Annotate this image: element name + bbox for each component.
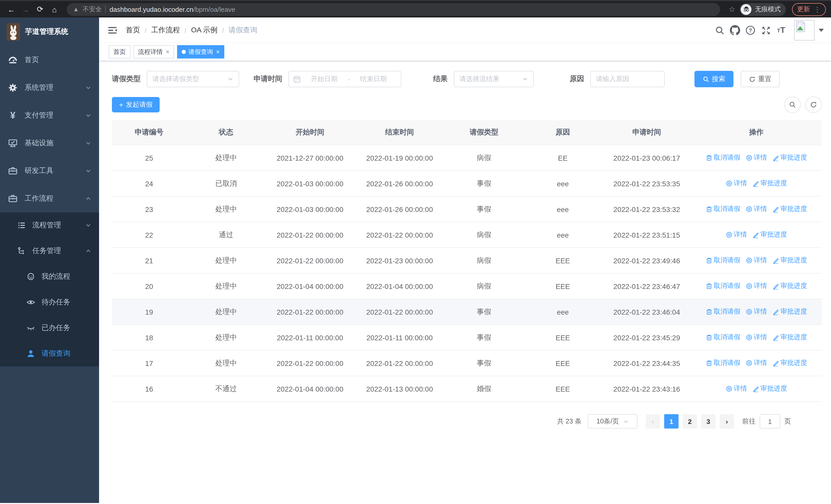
sidebar-item-label: 任务管理 — [32, 246, 61, 256]
progress-link[interactable]: 审批进度 — [752, 230, 787, 239]
page-button-2[interactable]: 2 — [683, 414, 697, 428]
close-icon[interactable]: × — [216, 48, 220, 55]
table-row: 21处理中2022-01-22 00:00:002022-01-23 00:00… — [112, 248, 822, 273]
sidebar-item-leave-query[interactable]: 请假查询 — [0, 341, 99, 366]
help-icon[interactable]: ? — [743, 23, 758, 38]
address-bar[interactable]: ▲ 不安全 dashboard.yudao.iocoder.cn/bpm/oa/… — [67, 3, 720, 16]
sidebar-item-workflow[interactable]: 工作流程 — [0, 185, 99, 212]
fullscreen-icon[interactable] — [758, 23, 774, 38]
cancel-leave-link[interactable]: 取消请假 — [706, 153, 740, 162]
cell-reason: EEE — [523, 273, 603, 299]
incognito-icon — [741, 4, 751, 14]
cell-apply-time: 2022-01-22 23:45:29 — [603, 325, 691, 350]
breadcrumb-item[interactable]: 工作流程 — [151, 26, 180, 35]
col-header-type: 请假类型 — [445, 120, 523, 145]
font-size-icon[interactable]: TT — [774, 23, 789, 38]
sidebar-item-todo-tasks[interactable]: 待办任务 — [0, 290, 99, 315]
table-row: 16不通过2022-01-04 00:00:002022-01-13 00:00… — [112, 376, 822, 402]
sidebar-item-payment[interactable]: ¥ 支付管理 — [0, 101, 99, 129]
detail-link[interactable]: 详情 — [725, 230, 747, 239]
refresh-table-button[interactable] — [805, 96, 822, 113]
progress-link[interactable]: 审批进度 — [772, 307, 807, 317]
page-size-select[interactable]: 10条/页 — [588, 414, 637, 428]
detail-link[interactable]: 详情 — [746, 153, 767, 162]
sidebar-item-infrastructure[interactable]: 基础设施 — [0, 129, 99, 157]
breadcrumb-item[interactable]: 首页 — [126, 26, 140, 35]
toggle-search-button[interactable] — [784, 96, 801, 113]
toolbox-icon — [8, 166, 18, 176]
reload-icon[interactable]: ⟳ — [34, 3, 46, 16]
detail-link[interactable]: 详情 — [725, 179, 747, 188]
breadcrumb-item[interactable]: OA 示例 — [191, 26, 218, 35]
cell-end-time: 2022-01-19 00:00:00 — [354, 145, 445, 171]
cell-leave-type: 事假 — [445, 196, 523, 222]
detail-link[interactable]: 详情 — [746, 333, 767, 342]
start-date-input[interactable]: 开始日期 — [301, 75, 348, 84]
goto-page-input[interactable] — [760, 414, 780, 428]
cancel-leave-link[interactable]: 取消请假 — [706, 307, 740, 317]
reset-button[interactable]: 重置 — [741, 71, 780, 87]
detail-link[interactable]: 详情 — [725, 384, 747, 393]
cancel-leave-link[interactable]: 取消请假 — [706, 281, 740, 291]
reason-input[interactable]: 请输入原因 — [590, 71, 665, 87]
cell-end-time: 2022-01-26 00:00:00 — [354, 196, 445, 222]
detail-link[interactable]: 详情 — [746, 256, 767, 265]
detail-link[interactable]: 详情 — [746, 205, 767, 214]
progress-link[interactable]: 审批进度 — [772, 153, 807, 162]
kebab-menu-icon[interactable]: ⋮ — [814, 5, 821, 13]
create-leave-button[interactable]: + 发起请假 — [112, 97, 160, 112]
sidebar-item-process-mgmt[interactable]: 流程管理 — [0, 212, 99, 238]
tab-home[interactable]: 首页 — [109, 45, 131, 59]
cancel-leave-link[interactable]: 取消请假 — [706, 256, 740, 265]
next-page-button[interactable]: › — [720, 414, 734, 428]
cancel-leave-link[interactable]: 取消请假 — [706, 333, 740, 342]
cell-end-time: 2022-01-22 00:00:00 — [354, 222, 445, 248]
caret-down-icon[interactable] — [819, 29, 824, 32]
detail-link[interactable]: 详情 — [746, 307, 767, 317]
chevron-down-icon — [623, 419, 629, 424]
sidebar-item-system[interactable]: 系统管理 — [0, 74, 99, 101]
progress-link[interactable]: 审批进度 — [772, 256, 807, 265]
cancel-leave-link[interactable]: 取消请假 — [706, 358, 740, 368]
detail-link[interactable]: 详情 — [746, 358, 767, 368]
tab-leave-query[interactable]: 请假查询 × — [177, 45, 224, 59]
cell-start-time: 2022-01-11 00:00:00 — [266, 325, 354, 350]
progress-link[interactable]: 审批进度 — [772, 281, 807, 291]
cell-leave-type: 婚假 — [445, 376, 523, 402]
trash-icon — [706, 206, 712, 212]
result-select[interactable]: 请选择流结果 — [454, 71, 534, 87]
progress-link[interactable]: 审批进度 — [772, 333, 807, 342]
tab-process-detail[interactable]: 流程详情 × — [134, 45, 174, 59]
github-icon[interactable] — [727, 23, 743, 38]
sidebar-item-task-mgmt[interactable]: 任务管理 — [0, 238, 99, 264]
sidebar-item-label: 工作流程 — [25, 194, 53, 203]
detail-link[interactable]: 详情 — [746, 281, 767, 291]
page-button-1[interactable]: 1 — [664, 414, 679, 428]
search-icon[interactable] — [712, 23, 727, 38]
cancel-leave-link[interactable]: 取消请假 — [706, 205, 740, 214]
sidebar-item-done-tasks[interactable]: 已办任务 — [0, 315, 99, 341]
sidebar-item-home[interactable]: 首页 — [0, 46, 99, 74]
progress-link[interactable]: 审批进度 — [752, 384, 787, 393]
leave-type-select[interactable]: 请选择请假类型 — [147, 71, 239, 87]
update-button[interactable]: 更新 ⋮ — [792, 3, 826, 16]
date-range-picker[interactable]: 开始日期 - 结束日期 — [288, 71, 401, 87]
back-icon[interactable]: ← — [5, 3, 18, 16]
home-icon[interactable]: ⌂ — [48, 3, 61, 16]
logo: 芋道管理系统 — [0, 18, 99, 46]
progress-link[interactable]: 审批进度 — [772, 205, 807, 214]
prev-page-button[interactable]: ‹ — [646, 414, 660, 428]
search-button[interactable]: 搜索 — [694, 71, 734, 87]
sidebar-item-devtools[interactable]: 研发工具 — [0, 157, 99, 185]
avatar[interactable] — [794, 20, 814, 40]
progress-link[interactable]: 审批进度 — [772, 358, 807, 368]
close-icon[interactable]: × — [166, 48, 169, 55]
sidebar-item-my-process[interactable]: 我的流程 — [0, 264, 99, 290]
cell-start-time: 2022-01-03 00:00:00 — [266, 196, 354, 222]
bookmark-star-icon[interactable]: ☆ — [726, 5, 738, 14]
page-button-3[interactable]: 3 — [701, 414, 716, 428]
progress-link[interactable]: 审批进度 — [752, 179, 787, 188]
hamburger-icon[interactable] — [107, 25, 118, 36]
end-date-input[interactable]: 结束日期 — [350, 75, 397, 84]
forward-icon[interactable]: → — [20, 3, 32, 16]
